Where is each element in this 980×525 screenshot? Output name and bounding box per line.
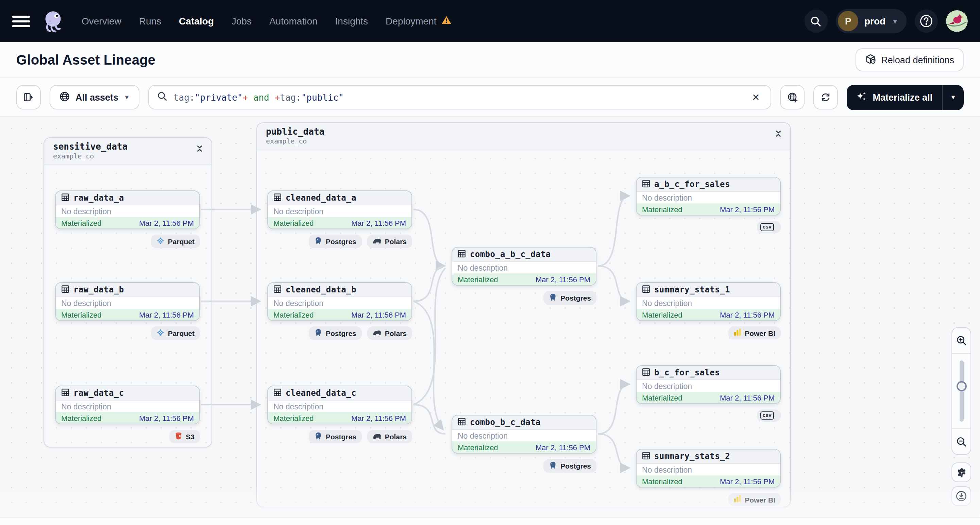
asset-name: cleaned_data_c bbox=[286, 388, 356, 398]
status-badge: Materialized bbox=[642, 205, 682, 213]
materialized-timestamp: Mar 2, 11:56 PM bbox=[720, 310, 775, 318]
materialized-timestamp: Mar 2, 11:56 PM bbox=[351, 414, 406, 422]
group-name: public_data bbox=[266, 126, 325, 138]
tag-polars[interactable]: Polars bbox=[367, 430, 412, 443]
asset-node[interactable]: combo_b_c_data No description Materializ… bbox=[452, 415, 597, 453]
s3-icon bbox=[175, 432, 182, 441]
nav-overview[interactable]: Overview bbox=[82, 16, 121, 27]
graph-settings-icon[interactable] bbox=[951, 463, 971, 482]
avatar[interactable] bbox=[946, 10, 968, 32]
asset-node[interactable]: combo_a_b_c_data No description Material… bbox=[452, 247, 597, 286]
asset-cleaned-data-c: cleaned_data_c No description Materializ… bbox=[267, 386, 412, 443]
tag-postgres[interactable]: Postgres bbox=[543, 459, 597, 473]
asset-node[interactable]: summary_stats_1 No description Materiali… bbox=[636, 282, 781, 321]
octopus-logo-icon[interactable] bbox=[41, 9, 65, 33]
asset-combo-a-b-c-data: combo_a_b_c_data No description Material… bbox=[452, 247, 597, 305]
asset-description: No description bbox=[56, 205, 199, 217]
menu-icon[interactable] bbox=[12, 12, 30, 30]
reload-cube-icon bbox=[865, 53, 876, 66]
materialized-timestamp: Mar 2, 11:56 PM bbox=[720, 393, 775, 402]
status-badge: Materialized bbox=[458, 443, 498, 451]
tag-polars[interactable]: Polars bbox=[367, 326, 412, 340]
asset-node[interactable]: raw_data_a No description MaterializedMa… bbox=[55, 191, 200, 229]
asset-node[interactable]: b_c_for_sales No description Materialize… bbox=[636, 365, 781, 404]
asset-name: raw_data_a bbox=[73, 193, 124, 203]
asset-description: No description bbox=[268, 205, 412, 217]
nav-deployment[interactable]: Deployment bbox=[386, 16, 451, 27]
collapse-group-icon[interactable] bbox=[775, 126, 782, 141]
table-icon bbox=[274, 192, 282, 204]
sparkles-icon bbox=[857, 91, 867, 104]
refresh-icon[interactable] bbox=[814, 85, 838, 110]
asset-node[interactable]: cleaned_data_b No description Materializ… bbox=[267, 282, 412, 321]
globe-icon bbox=[59, 91, 70, 104]
status-badge: Materialized bbox=[642, 310, 682, 318]
asset-description: No description bbox=[636, 297, 780, 309]
lineage-canvas[interactable]: sensitive_data example_co public_data ex… bbox=[0, 117, 980, 525]
nav-automation[interactable]: Automation bbox=[269, 16, 318, 27]
group-header[interactable]: public_data example_co bbox=[257, 123, 790, 151]
nav-jobs[interactable]: Jobs bbox=[232, 16, 251, 27]
tag-postgres[interactable]: Postgres bbox=[309, 326, 362, 340]
tag-power-bi[interactable]: Power BI bbox=[729, 326, 781, 339]
materialized-timestamp: Mar 2, 11:56 PM bbox=[536, 275, 590, 283]
zoom-out-icon[interactable] bbox=[952, 429, 970, 454]
postgres-icon bbox=[549, 293, 557, 302]
tag-s3[interactable]: S3 bbox=[169, 430, 200, 443]
tag-parquet[interactable]: Parquet bbox=[151, 326, 200, 340]
search-icon bbox=[157, 91, 167, 104]
asset-description: No description bbox=[56, 401, 199, 412]
postgres-icon bbox=[549, 461, 557, 471]
asset-node[interactable]: a_b_c_for_sales No description Materiali… bbox=[636, 177, 781, 216]
tag-csv[interactable]: csv bbox=[757, 221, 781, 233]
asset-summary-stats-2: summary_stats_2 No description Materiali… bbox=[636, 449, 781, 506]
search-icon[interactable] bbox=[805, 10, 828, 33]
group-name: sensitive_data bbox=[53, 142, 127, 153]
asset-node[interactable]: raw_data_b No description MaterializedMa… bbox=[55, 282, 200, 321]
tag-postgres[interactable]: Postgres bbox=[543, 291, 597, 305]
zoom-slider-thumb[interactable] bbox=[956, 381, 966, 391]
asset-node[interactable]: summary_stats_2 No description Materiali… bbox=[636, 449, 781, 488]
asset-name: cleaned_data_a bbox=[286, 193, 356, 203]
group-header[interactable]: sensitive_data example_co bbox=[44, 138, 212, 165]
deployment-switcher[interactable]: P prod ▼ bbox=[836, 9, 907, 33]
asset-node[interactable]: cleaned_data_a No description Materializ… bbox=[267, 191, 412, 229]
materialize-all-button[interactable]: Materialize all ▼ bbox=[847, 85, 964, 110]
zoom-in-icon[interactable] bbox=[952, 328, 970, 353]
reload-definitions-button[interactable]: Reload definitions bbox=[855, 48, 964, 72]
download-icon[interactable] bbox=[951, 486, 971, 506]
clear-filter-icon[interactable]: ✕ bbox=[749, 91, 762, 104]
nav-catalog[interactable]: Catalog bbox=[179, 16, 214, 27]
postgres-icon bbox=[314, 237, 322, 246]
tag-power-bi[interactable]: Power BI bbox=[729, 493, 781, 506]
asset-filter-input[interactable]: tag:"private"+ and +tag:"public" ✕ bbox=[148, 85, 772, 110]
materialize-options-icon[interactable]: ▼ bbox=[943, 85, 964, 110]
globe-add-icon[interactable] bbox=[780, 85, 805, 110]
chevron-down-icon: ▼ bbox=[892, 18, 898, 25]
status-badge: Materialized bbox=[274, 414, 314, 422]
lineage-toolbar: All assets ▼ tag:"private"+ and +tag:"pu… bbox=[0, 78, 980, 117]
collapse-group-icon[interactable] bbox=[196, 142, 204, 156]
help-icon[interactable] bbox=[915, 10, 938, 33]
parquet-icon bbox=[156, 237, 165, 246]
nav-insights[interactable]: Insights bbox=[335, 16, 368, 27]
asset-name: raw_data_c bbox=[73, 388, 124, 398]
tag-postgres[interactable]: Postgres bbox=[309, 430, 362, 443]
tag-csv[interactable]: csv bbox=[757, 409, 781, 422]
table-icon bbox=[61, 283, 69, 296]
asset-description: No description bbox=[452, 430, 596, 441]
asset-node[interactable]: raw_data_c No description MaterializedMa… bbox=[55, 386, 200, 424]
nav-runs[interactable]: Runs bbox=[139, 16, 161, 27]
asset-node[interactable]: cleaned_data_c No description Materializ… bbox=[267, 386, 412, 424]
group-location: example_co bbox=[266, 138, 325, 146]
tag-polars[interactable]: Polars bbox=[367, 235, 412, 248]
asset-description: No description bbox=[636, 380, 780, 392]
filter-query-text: tag:"private"+ and +tag:"public" bbox=[173, 92, 743, 102]
open-panel-icon[interactable] bbox=[16, 85, 41, 110]
status-badge: Materialized bbox=[61, 310, 102, 318]
zoom-slider[interactable] bbox=[952, 354, 970, 428]
asset-scope-selector[interactable]: All assets ▼ bbox=[49, 85, 139, 110]
tag-postgres[interactable]: Postgres bbox=[309, 235, 362, 248]
nav-links: Overview Runs Catalog Jobs Automation In… bbox=[82, 16, 452, 27]
tag-parquet[interactable]: Parquet bbox=[151, 235, 200, 248]
